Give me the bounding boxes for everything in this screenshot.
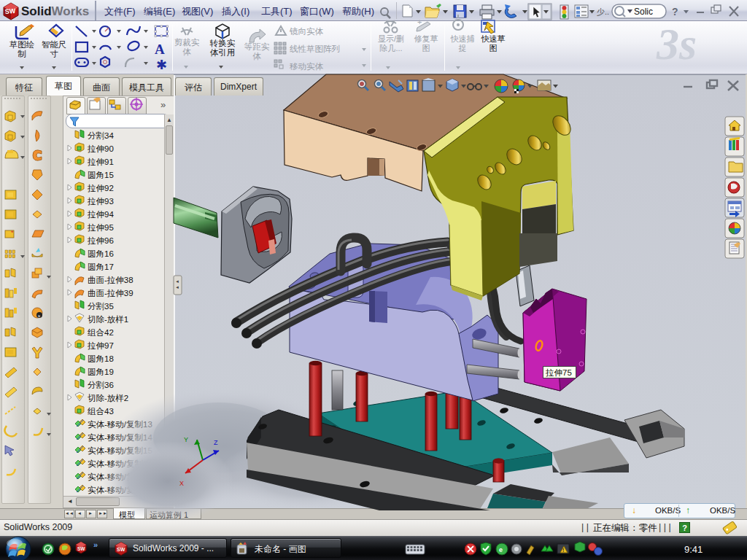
- svg-text:Y: Y: [184, 436, 188, 443]
- svg-text:?: ?: [672, 6, 678, 18]
- svg-text:»: »: [93, 540, 98, 549]
- svg-text:*: *: [11, 229, 14, 236]
- svg-text:×: ×: [38, 314, 41, 319]
- svg-text:少..: 少..: [597, 7, 609, 16]
- svg-text:SolidWorks: SolidWorks: [21, 4, 89, 18]
- svg-text:Z: Z: [214, 439, 218, 446]
- svg-text:◄: ◄: [175, 279, 179, 284]
- svg-text:✱: ✱: [156, 58, 167, 72]
- svg-text:◄: ◄: [175, 285, 179, 289]
- svg-text:X: X: [179, 480, 184, 487]
- svg-text:!: !: [562, 548, 564, 553]
- svg-text:e: e: [499, 546, 503, 553]
- svg-text:SW: SW: [117, 547, 125, 552]
- svg-text:SW: SW: [77, 546, 85, 551]
- svg-text:SW: SW: [4, 7, 16, 15]
- svg-text:+: +: [417, 18, 422, 26]
- svg-text:Solic: Solic: [634, 7, 653, 17]
- svg-text:A: A: [155, 42, 165, 57]
